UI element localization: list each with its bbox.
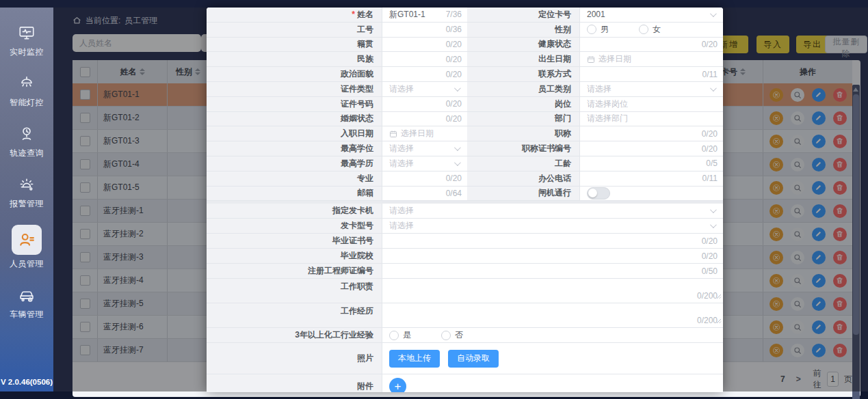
form-row: 婚姻状态0/20部门请选择部门	[207, 112, 723, 127]
field-input[interactable]: 新GT01-17/36	[382, 8, 467, 23]
radio-button[interactable]	[389, 331, 399, 340]
sidebar-item-alarm-manage[interactable]: 报警管理	[10, 174, 44, 210]
field-label: 籍贯	[357, 38, 373, 50]
sidebar-item-label: 人员管理	[10, 258, 44, 270]
select-placeholder: 请选择	[389, 205, 414, 217]
field-radio: 男女	[579, 23, 723, 38]
field-input[interactable]: 0/11	[579, 171, 723, 187]
field-input[interactable]: 0/20	[382, 38, 467, 53]
form-row: 民族0/20出生日期选择日期	[207, 52, 723, 67]
field-input[interactable]: 0/20	[382, 52, 467, 67]
radio-button[interactable]	[441, 331, 451, 340]
field-textarea[interactable]: 0/200	[382, 303, 723, 328]
radio-button[interactable]	[639, 25, 648, 34]
car-gear-icon	[16, 285, 37, 305]
sidebar-item-label: 报警管理	[10, 198, 44, 210]
char-counter: 0/200	[697, 291, 718, 301]
form-row: 毕业院校0/20	[207, 249, 723, 264]
field-label: 指定发卡机	[332, 205, 373, 217]
field-select[interactable]: 请选择	[579, 82, 723, 97]
field-input[interactable]: 0/20	[579, 126, 723, 141]
resize-grip-icon[interactable]	[716, 292, 722, 301]
field-date[interactable]: 选择日期	[382, 126, 467, 141]
field-input[interactable]: 0/20	[382, 249, 723, 264]
select-placeholder: 请选择	[389, 220, 414, 232]
field-label: 照片	[357, 353, 373, 364]
field-label-cell: 最高学历	[207, 156, 382, 171]
sidebar-item-label: 实时监控	[10, 46, 44, 58]
field-label: 职称证书编号	[522, 143, 571, 154]
date-placeholder: 选择日期	[401, 128, 434, 139]
form-row: 专业0/20办公电话0/11	[207, 171, 723, 187]
sidebar-item-track-query[interactable]: 轨迹查询	[10, 124, 44, 159]
form-row: 指定发卡机请选择	[207, 204, 723, 219]
top-bar	[0, 0, 868, 8]
date-placeholder: 选择日期	[599, 53, 631, 65]
sidebar-item-smart-light[interactable]: 智能灯控	[10, 73, 44, 109]
field-label-cell: 员工类别	[467, 82, 579, 97]
char-counter: 0/20	[446, 114, 462, 124]
field-select[interactable]: 2001	[579, 8, 723, 23]
local-upload-button[interactable]: 本地上传	[389, 350, 440, 368]
char-counter: 0/20	[702, 40, 718, 49]
field-input[interactable]: 0/5	[579, 156, 723, 171]
sidebar-item-person-manage[interactable]: 人员管理	[10, 225, 44, 270]
field-label: 出生日期	[538, 53, 571, 65]
field-label-cell: 联系方式	[467, 67, 579, 82]
chevron-down-icon	[710, 206, 717, 213]
field-date[interactable]: 选择日期	[579, 52, 723, 67]
field-label: 毕业证书号	[332, 235, 373, 247]
radio-label: 男	[601, 24, 609, 36]
field-input[interactable]: 0/20	[382, 67, 467, 82]
form-row: 附件+	[207, 374, 723, 392]
employee-edit-modal: *姓名新GT01-17/36定位卡号2001工号0/36性别男女籍贯0/20健康…	[207, 8, 723, 392]
app-version: V 2.0.46(0506)	[1, 378, 53, 386]
field-select[interactable]: 请选择	[382, 82, 467, 97]
gate-pass-toggle[interactable]	[587, 187, 610, 200]
field-label-cell: 证件类型	[207, 82, 382, 97]
alarm-icon	[16, 174, 37, 195]
field-label-cell: 最高学位	[207, 141, 382, 156]
form-row: *姓名新GT01-17/36定位卡号2001	[207, 8, 723, 23]
char-counter: 0/20	[702, 144, 718, 154]
field-label: 定位卡号	[538, 9, 571, 20]
field-input[interactable]: 0/20	[579, 141, 723, 156]
field-textarea[interactable]: 0/200	[382, 279, 723, 303]
field-label-cell: 工龄	[467, 156, 579, 171]
modal-two-column-section: *姓名新GT01-17/36定位卡号2001工号0/36性别男女籍贯0/20健康…	[207, 8, 723, 201]
chevron-down-icon	[454, 159, 461, 166]
field-input[interactable]: 0/50	[382, 264, 723, 279]
field-input[interactable]: 0/36	[382, 23, 467, 38]
form-row: 政治面貌0/20联系方式0/11	[207, 67, 723, 82]
resize-grip-icon[interactable]	[716, 316, 722, 326]
field-label: 毕业院校	[341, 250, 373, 262]
field-input[interactable]: 请选择岗位	[579, 97, 723, 112]
radio-button[interactable]	[587, 25, 596, 34]
auto-capture-button[interactable]: 自动录取	[448, 350, 499, 368]
char-counter: 0/36	[446, 25, 462, 34]
sidebar-item-vehicle-manage[interactable]: 车辆管理	[10, 285, 44, 320]
sidebar-item-realtime-monitor[interactable]: 实时监控	[10, 23, 44, 58]
field-select[interactable]: 请选择	[382, 219, 723, 234]
field-input[interactable]: 0/11	[579, 67, 723, 82]
field-input[interactable]: 0/20	[382, 112, 467, 127]
field-input[interactable]: 0/20	[382, 234, 723, 249]
chevron-down-icon	[710, 85, 717, 92]
field-input[interactable]: 请选择部门	[579, 112, 723, 127]
add-attachment-button[interactable]: +	[389, 378, 406, 392]
field-input[interactable]: 0/20	[382, 97, 467, 112]
radio-label: 女	[653, 24, 661, 36]
form-row: 最高学历请选择工龄0/5	[207, 156, 723, 171]
field-select[interactable]: 请选择	[382, 204, 723, 219]
field-select[interactable]: 请选择	[382, 156, 467, 171]
field-label-cell: 性别	[467, 23, 579, 38]
field-input[interactable]: 0/64	[382, 187, 467, 202]
field-label-cell: 办公电话	[467, 171, 579, 187]
field-input[interactable]: 0/20	[382, 171, 467, 187]
field-label-cell: 邮箱	[207, 187, 382, 202]
form-row: 入职日期选择日期职称0/20	[207, 126, 723, 141]
form-row: 工号0/36性别男女	[207, 23, 723, 38]
field-input[interactable]: 0/20	[579, 38, 723, 53]
char-counter: 0/20	[446, 40, 462, 49]
field-select[interactable]: 请选择	[382, 141, 467, 156]
